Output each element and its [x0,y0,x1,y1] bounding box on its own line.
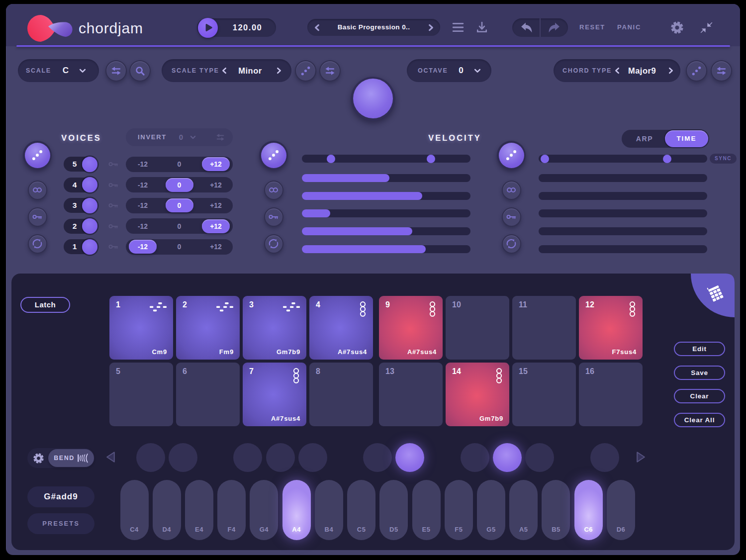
white-key-A4[interactable]: A4 [282,480,311,540]
white-key-E4[interactable]: E4 [185,480,213,540]
voice-toggle[interactable] [82,218,97,234]
bpm-display[interactable]: 120.00 [221,18,274,37]
scale-type-value[interactable]: Minor [226,59,274,82]
white-key-A5[interactable]: A5 [509,480,538,540]
arp-tab[interactable]: ARP [628,130,661,148]
black-key-G#4[interactable] [266,443,295,472]
chord-type-random-button[interactable] [686,60,707,82]
time-refresh-button[interactable] [502,234,521,254]
black-key-G#5[interactable] [493,443,522,472]
white-key-D6[interactable]: D6 [607,480,635,540]
velocity-range-handle-high[interactable] [427,155,435,163]
voice-octave-option--12[interactable]: -12 [129,157,157,171]
voices-key-button[interactable] [28,207,47,227]
scale-value[interactable]: C [55,59,77,82]
time-dice-button[interactable] [499,143,524,168]
sync-badge[interactable]: SYNC [710,154,737,164]
pad-7[interactable]: 7A#7sus4 [243,363,306,426]
white-key-E5[interactable]: E5 [412,480,441,540]
clear-all-button[interactable]: Clear All [674,413,725,427]
voice-octave-option--12[interactable]: -12 [129,178,157,192]
time-bar-track[interactable] [539,227,707,235]
scale-detect-button[interactable] [129,60,151,82]
presets-button[interactable]: PRESETS [27,513,94,534]
reset-button[interactable]: RESET [577,22,608,33]
preset-name[interactable]: Basic Progression 0.. [328,19,419,36]
time-bar-track[interactable] [539,192,707,200]
voice-octave-option-0[interactable]: 0 [166,178,193,192]
voice-octave-option-+12[interactable]: +12 [202,219,230,233]
voice-octave-option--12[interactable]: -12 [129,240,157,254]
white-key-D4[interactable]: D4 [153,480,181,540]
white-key-C6[interactable]: C6 [574,480,603,540]
voices-dice-button[interactable] [25,143,50,168]
voice-toggle[interactable] [82,198,97,213]
time-tab[interactable]: TIME [665,130,708,147]
time-range-handle-high[interactable] [663,155,671,163]
voice-octave-option-+12[interactable]: +12 [202,178,230,192]
pad-10[interactable]: 10 [446,296,509,360]
pad-9[interactable]: 9A#7sus4 [379,296,443,360]
octave-next-button[interactable] [635,451,648,466]
black-key-F#5[interactable] [461,443,489,472]
voices-infinity-button[interactable] [28,181,47,200]
velocity-infinity-button[interactable] [264,181,283,200]
main-knob[interactable] [353,79,393,118]
pad-1[interactable]: 1Cm9 [109,296,173,360]
save-button[interactable]: Save [674,366,725,380]
black-key-C#4[interactable] [136,443,165,472]
white-key-D5[interactable]: D5 [379,480,408,540]
invert-value[interactable]: 0 [173,128,189,146]
panic-button[interactable]: PANIC [614,22,644,33]
voice-octave-option-0[interactable]: 0 [166,219,193,233]
play-button[interactable] [198,18,218,38]
pad-8[interactable]: 8 [309,363,373,426]
scale-type-swap-button[interactable] [319,60,341,82]
voice-toggle[interactable] [82,177,97,192]
pad-13[interactable]: 13 [379,363,443,426]
white-key-B5[interactable]: B5 [542,480,570,540]
voice-toggle[interactable] [82,157,97,172]
edit-button[interactable]: Edit [674,342,725,356]
voice-octave-option-0[interactable]: 0 [166,157,193,171]
white-key-G4[interactable]: G4 [250,480,278,540]
clear-button[interactable]: Clear [674,389,725,403]
pad-2[interactable]: 2Fm9 [176,296,240,360]
pad-15[interactable]: 15 [512,363,576,426]
white-key-B4[interactable]: B4 [315,480,343,540]
scale-random-button[interactable] [105,60,127,82]
chord-type-value[interactable]: Major9 [618,59,666,82]
white-key-F4[interactable]: F4 [217,480,246,540]
chord-type-swap-button[interactable] [711,60,732,82]
scale-type-random-button[interactable] [295,60,316,82]
pad-12[interactable]: 12F7sus4 [579,296,643,360]
voice-octave-option-0[interactable]: 0 [166,198,193,212]
voices-refresh-button[interactable] [28,234,47,254]
pad-3[interactable]: 3Gm7b9 [243,296,306,360]
black-key-A#5[interactable] [525,443,554,472]
voice-toggle[interactable] [82,239,97,255]
time-infinity-button[interactable] [502,181,521,200]
white-key-G5[interactable]: G5 [477,480,505,540]
velocity-dice-button[interactable] [261,143,286,168]
velocity-refresh-button[interactable] [264,234,283,254]
pad-11[interactable]: 11 [512,296,576,360]
octave-value[interactable]: 0 [450,59,472,82]
black-key-C#5[interactable] [363,443,392,472]
black-key-C#6[interactable] [590,443,619,472]
time-bar-track[interactable] [539,245,707,253]
voice-octave-option-+12[interactable]: +12 [202,198,230,212]
octave-prev-button[interactable] [104,451,117,466]
black-key-A#4[interactable] [298,443,327,472]
time-bar-track[interactable] [539,209,707,217]
pad-5[interactable]: 5 [109,363,173,426]
velocity-range-handle-low[interactable] [327,155,335,163]
pad-6[interactable]: 6 [176,363,240,426]
latch-button[interactable]: Latch [20,297,70,313]
time-range-handle-low[interactable] [541,155,549,163]
white-key-F5[interactable]: F5 [445,480,473,540]
voice-octave-option-0[interactable]: 0 [166,240,193,254]
black-key-F#4[interactable] [233,443,262,472]
pad-4[interactable]: 4A#7sus4 [309,296,373,360]
white-key-C4[interactable]: C4 [120,480,149,540]
